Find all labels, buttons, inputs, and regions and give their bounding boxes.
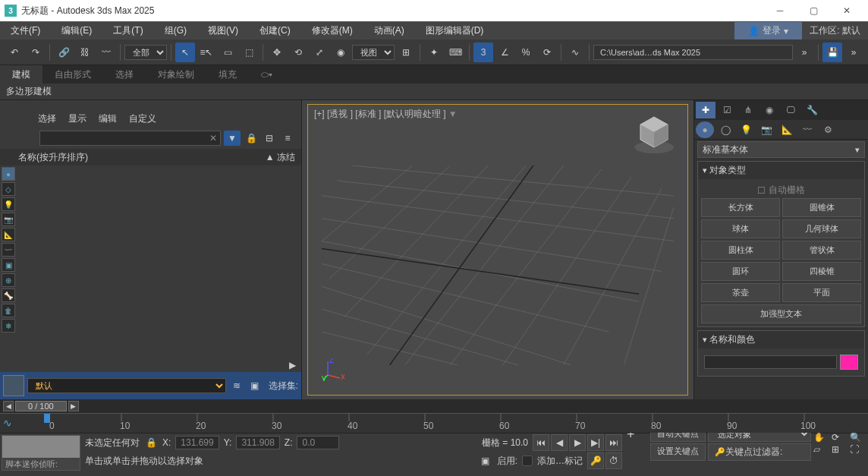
plane-button[interactable]: 平面 — [782, 283, 861, 302]
curve-icon[interactable]: ∿ — [3, 417, 12, 429]
viewcube[interactable] — [631, 112, 677, 155]
time-slider-right[interactable]: ▶ — [68, 401, 79, 411]
percent-snap-button[interactable]: % — [516, 43, 536, 62]
menu-group[interactable]: 组(G) — [154, 22, 197, 39]
close-button[interactable]: ✕ — [830, 0, 863, 21]
project-path[interactable]: C:\Users\ad…ds Max 2025 — [593, 45, 793, 60]
selection-filter[interactable]: 全部 — [124, 45, 167, 60]
name-color-header[interactable]: ▾ 名称和颜色 — [698, 331, 864, 348]
nav-zoom-all-button[interactable]: ⊞ — [832, 444, 848, 455]
maxscript-mini-listener[interactable]: 脚本迷你侦听: — [2, 435, 80, 471]
rect-select-region-button[interactable]: ▭ — [218, 43, 237, 62]
tube-button[interactable]: 管状体 — [782, 241, 861, 260]
layer-select[interactable]: 默认 — [27, 378, 226, 393]
se-menu-select[interactable]: 选择 — [38, 112, 56, 125]
sphere-button[interactable]: 球体 — [701, 219, 780, 238]
perspective-viewport[interactable]: [+] [透视 ] [标准 ] [默认明暗处理 ] ▼ xyz — [307, 104, 688, 396]
maximize-button[interactable]: ▢ — [797, 0, 830, 21]
filter-cameras-icon[interactable]: 📷 — [2, 213, 15, 226]
ribbon-toggle[interactable]: ⬭▾ — [249, 65, 285, 84]
torus-button[interactable]: 圆环 — [701, 262, 780, 281]
polygon-modeling-label[interactable]: 多边形建模 — [6, 85, 52, 98]
hierarchy-tab[interactable]: ⋔ — [738, 102, 758, 118]
filter-frozen-icon[interactable]: ❄ — [2, 319, 15, 333]
undo-button[interactable]: ↶ — [5, 43, 24, 62]
add-time-tag[interactable]: 添加…标记 — [537, 455, 583, 468]
select-manipulate-button[interactable]: ✦ — [424, 43, 444, 62]
se-menu-edit[interactable]: 编辑 — [99, 112, 117, 125]
overflow2-button[interactable]: » — [844, 43, 863, 62]
snap-toggle-button[interactable]: 3 — [473, 43, 493, 62]
lights-category[interactable]: 💡 — [737, 121, 755, 138]
header-freeze-col[interactable]: ▲ 冻结 — [266, 151, 295, 164]
cameras-category[interactable]: 📷 — [757, 121, 775, 138]
ribbon-tab-selection[interactable]: 选择 — [103, 65, 146, 84]
filter-geometry-icon[interactable]: ● — [2, 167, 15, 181]
menu-graph[interactable]: 图形编辑器(D) — [415, 22, 495, 39]
header-name-col[interactable]: 名称(按升序排序) — [18, 151, 266, 164]
menu-modifier[interactable]: 修改器(M) — [301, 22, 363, 39]
menu-tools[interactable]: 工具(T) — [102, 22, 153, 39]
nav-pan-button[interactable]: ✋ — [813, 432, 830, 443]
filter-groups-icon[interactable]: ▣ — [2, 258, 15, 272]
time-config-button[interactable]: ⏱ — [605, 452, 622, 469]
z-coord[interactable]: 0.0 — [297, 436, 339, 449]
enable-checkbox[interactable] — [522, 456, 533, 466]
se-menu-display[interactable]: 显示 — [68, 112, 86, 125]
spinner-snap-button[interactable]: ⟳ — [537, 43, 557, 62]
menu-view[interactable]: 视图(V) — [197, 22, 249, 39]
keyboard-shortcut-button[interactable]: ⌨ — [445, 43, 465, 62]
set-key-mode-button[interactable]: 设置关键点 — [650, 443, 706, 461]
box-button[interactable]: 长方体 — [701, 198, 780, 217]
modify-tab[interactable]: ☑ — [717, 102, 737, 118]
expand-arrow[interactable]: ▶ — [286, 359, 298, 371]
geometry-category[interactable]: ● — [696, 121, 714, 138]
select-place-button[interactable]: ◉ — [331, 43, 351, 62]
filter-shapes-icon[interactable]: ◇ — [2, 182, 15, 196]
select-move-button[interactable]: ✥ — [267, 43, 287, 62]
ribbon-tab-modeling[interactable]: 建模 — [0, 65, 42, 84]
select-object-button[interactable]: ↖ — [175, 43, 195, 62]
object-name-input[interactable] — [704, 355, 837, 369]
nav-zoom-button[interactable]: 🔍 — [850, 432, 866, 443]
sort-button[interactable]: ≡ — [280, 131, 295, 146]
cone-button[interactable]: 圆锥体 — [782, 198, 861, 217]
menu-create[interactable]: 创建(C) — [249, 22, 301, 39]
overflow-button[interactable]: » — [794, 43, 814, 62]
filter-icon[interactable]: ▼ — [448, 109, 458, 119]
autogrid-checkbox[interactable]: ☐自动栅格 — [701, 182, 861, 198]
helpers-category[interactable]: 📐 — [778, 121, 796, 138]
minimize-button[interactable]: ─ — [763, 0, 797, 21]
scene-search-input[interactable]: ✕ — [39, 131, 221, 146]
lock-button[interactable]: 🔒 — [244, 131, 259, 146]
nav-orbit-button[interactable]: ⟳ — [832, 432, 848, 443]
use-pivot-center-button[interactable]: ⊞ — [396, 43, 416, 62]
y-coord[interactable]: 311.908 — [236, 436, 279, 449]
primitive-type-select[interactable]: 标准基本体▾ — [697, 141, 865, 158]
nav-fov-button[interactable]: ▱ — [813, 444, 830, 455]
filter-button[interactable]: ▼ — [224, 131, 241, 146]
scene-list-header[interactable]: 名称(按升序排序) ▲ 冻结 — [0, 149, 301, 165]
utilities-tab[interactable]: 🔧 — [802, 102, 822, 118]
window-crossing-button[interactable]: ⬚ — [239, 43, 259, 62]
clear-search-icon[interactable]: ✕ — [206, 133, 220, 143]
prev-frame-button[interactable]: ◀ — [551, 434, 568, 451]
systems-category[interactable]: ⚙ — [819, 121, 837, 138]
time-slider-left[interactable]: ◀ — [3, 401, 14, 411]
redo-button[interactable]: ↷ — [26, 43, 46, 62]
filter-bones-icon[interactable]: 🦴 — [2, 288, 15, 302]
save-button[interactable]: 💾 — [822, 43, 842, 62]
shapes-category[interactable]: ◯ — [716, 121, 734, 138]
object-type-header[interactable]: ▾ 对象类型 — [698, 162, 864, 179]
view-options-button[interactable]: ⊟ — [262, 131, 277, 146]
motion-tab[interactable]: ◉ — [760, 102, 779, 118]
x-coord[interactable]: 131.699 — [175, 436, 219, 449]
filter-containers-icon[interactable]: 🗑 — [2, 304, 15, 317]
key-filters-button[interactable]: 🔑关键点过滤器: — [708, 443, 811, 461]
ref-coord-system[interactable]: 视图 — [352, 45, 395, 60]
time-slider-handle[interactable]: 0 / 100 — [15, 401, 67, 411]
spacewarps-category[interactable]: 〰 — [798, 121, 816, 138]
display-tab[interactable]: 🖵 — [781, 102, 800, 118]
filter-spacewarps-icon[interactable]: 〰 — [2, 243, 15, 257]
select-by-name-button[interactable]: ≡↖ — [197, 43, 216, 62]
